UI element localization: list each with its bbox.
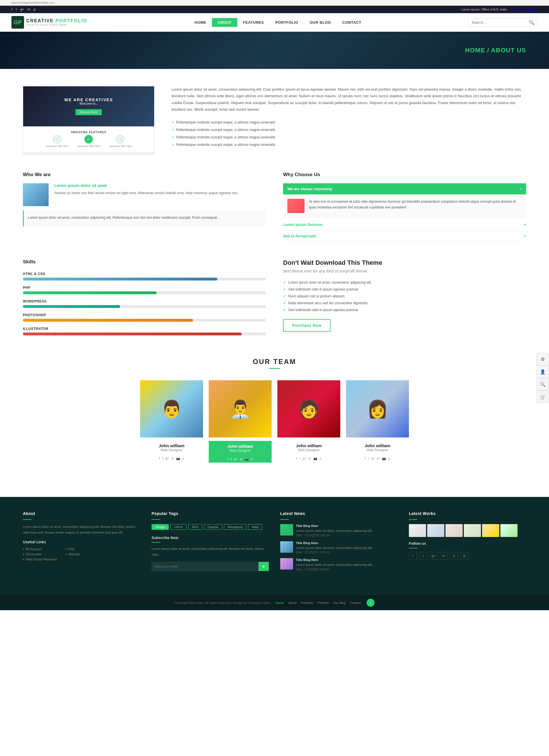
team1-instagram[interactable]: 📷 bbox=[176, 457, 180, 460]
team2-linkedin[interactable]: in bbox=[240, 457, 242, 461]
who-subtext: Aenean ac lorem non felis iaculis ornare… bbox=[54, 190, 238, 196]
team3-facebook[interactable]: f bbox=[296, 457, 297, 460]
footer-bottom-contact[interactable]: Contact bbox=[350, 601, 361, 604]
footer-social-facebook[interactable]: f bbox=[409, 552, 417, 560]
nav-home[interactable]: HOME bbox=[189, 18, 212, 27]
subscribe-form: ➤ bbox=[152, 562, 269, 571]
footer-link-5[interactable]: Sitemap bbox=[65, 552, 80, 557]
social-googleplus[interactable]: g+ bbox=[20, 7, 24, 11]
feature-item: Pellentesque molestie suscipit neque, a … bbox=[172, 134, 526, 141]
team1-pinterest[interactable]: p bbox=[182, 457, 184, 460]
register-link[interactable]: Register bbox=[526, 8, 538, 11]
footer-social-gplus[interactable]: g+ bbox=[429, 552, 437, 560]
tag-wordpress[interactable]: Wordpress bbox=[224, 524, 246, 530]
nav-features[interactable]: FEATURES bbox=[237, 18, 270, 27]
footer-tags-divider bbox=[152, 519, 160, 520]
team4-linkedin[interactable]: in bbox=[377, 457, 380, 460]
accordion-item-2[interactable]: Lorem Ipsum Dolorem + bbox=[283, 219, 526, 230]
team2-gplus[interactable]: g+ bbox=[234, 457, 238, 461]
breadcrumb: HOME / ABOUT US bbox=[465, 47, 526, 54]
team2-instagram[interactable]: 📷 bbox=[245, 457, 249, 461]
feature-item: Pellentesque molestie suscipit neque, a … bbox=[172, 126, 526, 134]
skill-photoshop-bar-fill bbox=[23, 319, 193, 322]
footer-link-1[interactable]: My Account bbox=[23, 546, 57, 552]
work-thumb-3 bbox=[445, 524, 463, 537]
cart-icon[interactable]: 🛒 bbox=[536, 391, 549, 403]
footer-bottom-features[interactable]: Features bbox=[301, 601, 313, 604]
subscribe-input[interactable] bbox=[152, 562, 258, 571]
nav-blog[interactable]: OUR BLOG bbox=[304, 18, 337, 27]
top-bar-right: Lorem ipsum; Office 141/3, India Login R… bbox=[461, 8, 538, 11]
team-title: OUR TEAM bbox=[23, 358, 526, 366]
team-divider bbox=[269, 368, 280, 369]
footer-social-instagram[interactable]: in bbox=[440, 552, 448, 560]
feature-item: Pellentesque molestie suscipit neque, a … bbox=[172, 119, 526, 126]
nav-contact[interactable]: CONTACT bbox=[337, 18, 367, 27]
footer-bottom-about[interactable]: About bbox=[288, 601, 297, 604]
search-input[interactable] bbox=[472, 20, 529, 25]
footer-social-pinterest[interactable]: p bbox=[450, 552, 458, 560]
team-name-2: John william bbox=[212, 444, 269, 449]
news-text-2: Lorem ipsum dolor sit amet, consectetur … bbox=[296, 546, 373, 550]
nav-about[interactable]: ABOUT bbox=[212, 18, 237, 27]
team1-twitter[interactable]: t bbox=[162, 457, 163, 460]
tag-graphic[interactable]: Graphic bbox=[204, 524, 222, 530]
tag-design[interactable]: Design bbox=[152, 524, 169, 530]
skill-photoshop-bar-bg bbox=[23, 319, 266, 322]
social-instagram[interactable]: in bbox=[27, 7, 30, 11]
search-icon[interactable]: 🔍 bbox=[529, 20, 534, 25]
url-bar: www.heritagechristiancollege.com bbox=[0, 0, 549, 6]
footer-bottom-portfolio[interactable]: Portfolio bbox=[317, 601, 329, 604]
team4-pinterest[interactable]: p bbox=[388, 457, 390, 460]
nav-search[interactable]: 🔍 bbox=[468, 18, 538, 27]
team-name-box-2: John william Web Designer bbox=[209, 441, 272, 455]
footer-link-2[interactable]: Shortcodes bbox=[23, 552, 57, 557]
login-link[interactable]: Login bbox=[512, 8, 520, 11]
team2-pinterest[interactable]: p bbox=[251, 457, 253, 461]
team4-instagram[interactable]: 📷 bbox=[382, 457, 386, 460]
footer-grid: About Lorem ipsum dolor sit amet, consec… bbox=[23, 511, 526, 575]
team1-facebook[interactable]: f bbox=[159, 457, 160, 460]
tag-uiux[interactable]: UI/UX bbox=[170, 524, 186, 530]
team2-twitter[interactable]: t bbox=[231, 457, 232, 461]
team3-linkedin[interactable]: in bbox=[309, 457, 311, 460]
accordion-item-3[interactable]: Sed ut Perspiciatis + bbox=[283, 230, 526, 242]
sidebar-icons: ⚙ 👤 🔍 🛒 bbox=[536, 353, 549, 403]
team-name-3: John william bbox=[277, 443, 340, 448]
team3-pinterest[interactable]: p bbox=[320, 457, 321, 460]
subscribe-button[interactable]: ➤ bbox=[258, 562, 269, 571]
tag-seo[interactable]: SEO bbox=[188, 524, 202, 530]
news-text-1: Lorem ipsum dolor sit amet, consectetur … bbox=[296, 528, 373, 533]
nav-portfolio[interactable]: PORTFOLIO bbox=[270, 18, 304, 27]
accordion-label-2: Lorem Ipsum Dolorem bbox=[283, 222, 323, 227]
team3-twitter[interactable]: t bbox=[299, 457, 300, 460]
footer-social-youtube[interactable]: yt bbox=[460, 552, 468, 560]
search-sidebar-icon[interactable]: 🔍 bbox=[536, 378, 549, 391]
footer-link-4[interactable]: FAQ bbox=[65, 546, 80, 552]
footer-social-twitter[interactable]: t bbox=[419, 552, 427, 560]
tag-web[interactable]: Web bbox=[248, 524, 262, 530]
team4-gplus[interactable]: g+ bbox=[371, 457, 375, 460]
footer-bottom-home[interactable]: Home bbox=[276, 601, 284, 604]
social-pinterest[interactable]: p bbox=[34, 7, 36, 11]
scroll-top-button[interactable]: ↑ bbox=[367, 599, 375, 607]
news-thumb-1 bbox=[280, 524, 293, 536]
footer-link-3[interactable]: Web Design Resource bbox=[23, 557, 57, 562]
team2-facebook[interactable]: f bbox=[228, 457, 228, 461]
social-facebook[interactable]: f bbox=[11, 7, 12, 11]
team4-twitter[interactable]: t bbox=[368, 457, 369, 460]
team1-linkedin[interactable]: in bbox=[171, 457, 174, 460]
team4-facebook[interactable]: f bbox=[365, 457, 366, 460]
team1-gplus[interactable]: g+ bbox=[165, 457, 169, 460]
footer-bottom-blog[interactable]: Our Blog bbox=[333, 601, 345, 604]
team3-gplus[interactable]: g+ bbox=[303, 457, 306, 460]
gear-icon[interactable]: ⚙ bbox=[536, 353, 549, 365]
social-twitter[interactable]: t bbox=[16, 7, 17, 11]
user-icon[interactable]: 👤 bbox=[536, 365, 549, 378]
purchase-now-button[interactable]: Purchase Now bbox=[283, 319, 331, 332]
accordion-header-1[interactable]: We are always improving − bbox=[283, 183, 526, 194]
preview-cta-btn[interactable]: Find out more bbox=[75, 109, 102, 115]
skill-html: HTML & CSS bbox=[23, 272, 266, 280]
team3-instagram[interactable]: 📷 bbox=[313, 457, 317, 460]
why-choose-col: Why Choose Us We are always improving − … bbox=[283, 172, 526, 242]
